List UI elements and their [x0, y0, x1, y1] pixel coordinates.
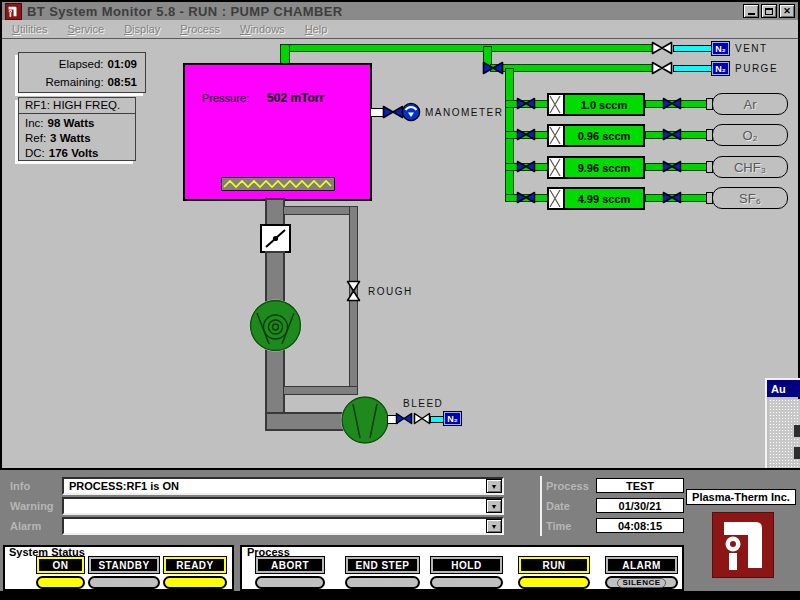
- gas-valve-icon: [516, 191, 536, 204]
- rf1-panel: Inc:98 Watts Ref:3 Watts DC:176 Volts: [18, 113, 136, 161]
- mfc-x-icon: [549, 95, 565, 114]
- system-ready-label: READY: [166, 559, 224, 571]
- rough-bypass-pipe: [283, 206, 358, 215]
- date-value: 01/30/21: [596, 498, 684, 513]
- elapsed-value: 01:09: [108, 55, 137, 73]
- app-logo-icon: [5, 3, 22, 20]
- end-step-button[interactable]: END STEP: [345, 556, 420, 574]
- gas-valve-icon: [516, 160, 536, 173]
- silence-label: SILENCE: [617, 578, 665, 588]
- rf1-ref-value: 3 Watts: [50, 131, 90, 146]
- dropdown-arrow-icon: ▼: [491, 483, 498, 490]
- rf1-dc-value: 176 Volts: [49, 146, 99, 161]
- rf1-dc-label: DC:: [25, 146, 45, 161]
- title-bar[interactable]: BT System Monitor 5.8 - RUN : PUMP CHAMB…: [2, 2, 798, 20]
- alarm-combobox[interactable]: ▼: [62, 517, 504, 535]
- info-combobox[interactable]: PROCESS:RF1 is ON ▼: [62, 477, 504, 495]
- maximize-icon: [765, 8, 773, 15]
- foreline-pipe: [265, 251, 285, 303]
- chamber-gas-riser: [280, 44, 290, 65]
- menu-service[interactable]: Service: [57, 23, 114, 35]
- gas-valve-icon: [516, 128, 536, 141]
- rf1-ref-label: Ref:: [25, 131, 46, 146]
- vent-n2-line: [673, 45, 712, 52]
- vent-n2-tag: N₂: [712, 42, 729, 55]
- minimize-icon: [748, 13, 755, 15]
- alarm-dropdown-button[interactable]: ▼: [486, 519, 502, 533]
- bleed-valve-icon: [395, 412, 413, 425]
- gas-cylinder-sf6: SF₆: [712, 187, 788, 209]
- end-step-label: END STEP: [348, 559, 417, 571]
- gas-cylinder-ar: Ar: [712, 93, 788, 115]
- purge-inlet-valve-icon: [482, 61, 504, 75]
- run-indicator: [518, 576, 590, 589]
- close-button[interactable]: ✕: [779, 4, 795, 18]
- mfc-x-icon: [549, 158, 565, 177]
- abort-label: ABORT: [258, 559, 322, 571]
- time-label: Time: [546, 520, 571, 532]
- warning-combobox[interactable]: ▼: [62, 497, 504, 515]
- system-ready-button[interactable]: READY: [163, 556, 227, 574]
- mfc-o2: 0.96 sccm: [547, 124, 645, 147]
- system-ready-indicator: [163, 576, 227, 589]
- maximize-button[interactable]: [761, 4, 777, 18]
- mfc-flow-value: 1.0 sccm: [565, 95, 643, 114]
- gas-cylinder-o2: O₂: [712, 124, 788, 146]
- info-dropdown-button[interactable]: ▼: [486, 479, 502, 493]
- close-icon: ✕: [783, 7, 791, 16]
- remaining-label: Remaining:: [45, 73, 103, 91]
- mfc-sf6: 4.99 sccm: [547, 187, 645, 210]
- aux-window: Au: [765, 378, 800, 468]
- date-label: Date: [546, 500, 570, 512]
- process-value: TEST: [596, 478, 684, 493]
- rf1-inc-label: Inc:: [25, 116, 44, 131]
- dropdown-arrow-icon: ▼: [491, 523, 498, 530]
- warning-dropdown-button[interactable]: ▼: [486, 499, 502, 513]
- menu-display[interactable]: Display: [114, 23, 170, 35]
- hold-label: HOLD: [433, 559, 500, 571]
- system-standby-indicator: [88, 576, 160, 589]
- time-value: 04:08:15: [596, 518, 684, 533]
- purge-line: [490, 64, 656, 72]
- system-on-button[interactable]: ON: [36, 556, 85, 574]
- bleed-n2-tag: N₂: [444, 412, 461, 425]
- end-step-indicator: [345, 576, 420, 589]
- hold-indicator: [430, 576, 503, 589]
- rough-bypass-pipe: [283, 386, 358, 395]
- dropdown-arrow-icon: ▼: [491, 503, 498, 510]
- menu-help[interactable]: Help: [295, 23, 338, 35]
- menu-utilities[interactable]: Utilities: [2, 23, 57, 35]
- minimize-button[interactable]: [743, 4, 759, 18]
- rough-valve-icon: [346, 280, 361, 302]
- info-value: PROCESS:RF1 is ON: [64, 479, 502, 493]
- rf1-title: RF1: HIGH FREQ.: [19, 98, 135, 113]
- gas-valve-icon: [662, 97, 682, 110]
- mfc-flow-value: 0.96 sccm: [565, 126, 643, 145]
- mfc-x-icon: [549, 189, 565, 208]
- system-standby-label: STANDBY: [91, 559, 157, 571]
- gas-valve-icon: [662, 128, 682, 141]
- hold-button[interactable]: HOLD: [430, 556, 503, 574]
- system-standby-button[interactable]: STANDBY: [88, 556, 160, 574]
- run-button[interactable]: RUN: [518, 556, 590, 574]
- purge-valve-icon: [651, 61, 673, 75]
- rf1-header: RF1: HIGH FREQ.: [18, 97, 136, 114]
- gas-valve-icon: [662, 160, 682, 173]
- timer-panel: Elapsed:01:09 Remaining:08:51: [18, 52, 146, 93]
- vent-line: [280, 44, 656, 52]
- company-logo-icon: [712, 512, 774, 578]
- purge-n2-line: [673, 65, 712, 72]
- throttle-valve-icon: [260, 224, 291, 253]
- bleed-n2-line: [430, 416, 444, 423]
- mfc-flow-value: 4.99 sccm: [565, 189, 643, 208]
- alarm-silence-indicator[interactable]: SILENCE: [605, 576, 678, 589]
- menu-process[interactable]: Process: [170, 23, 230, 35]
- gas-cylinder-chf3: CHF₃: [712, 156, 788, 178]
- abort-button[interactable]: ABORT: [255, 556, 325, 574]
- vent-valve-icon: [651, 41, 673, 55]
- system-on-indicator: [36, 576, 85, 589]
- mechanical-pump-icon: [340, 395, 390, 445]
- alarm-button[interactable]: ALARM: [605, 556, 678, 574]
- remaining-value: 08:51: [108, 73, 137, 91]
- menu-windows[interactable]: Windows: [230, 23, 295, 35]
